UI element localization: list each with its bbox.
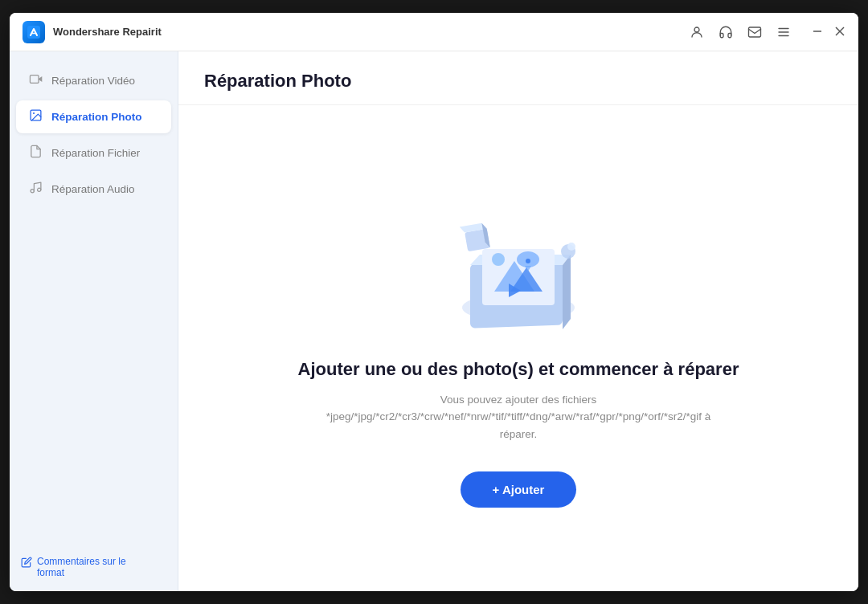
svg-point-14 [37,188,40,191]
sidebar-item-audio-label: Réparation Audio [51,183,135,195]
svg-point-21 [567,243,575,251]
main-header: Réparation Photo [178,51,858,105]
main-content: Réparation Photo [178,51,858,591]
file-icon [27,145,43,161]
sidebar-item-file[interactable]: Réparation Fichier [16,137,171,169]
sidebar-item-file-label: Réparation Fichier [51,147,140,159]
svg-point-12 [32,112,34,114]
content-area: Réparation Vidéo Réparation Photo Répara… [10,51,858,591]
sidebar-item-audio[interactable]: Réparation Audio [16,173,171,206]
svg-point-23 [526,259,530,263]
video-icon [27,72,43,89]
sidebar-item-video[interactable]: Réparation Vidéo [16,64,171,97]
add-button[interactable]: + Ajouter [461,471,577,508]
sidebar-item-photo-label: Réparation Photo [51,111,142,123]
svg-point-18 [492,253,505,266]
minimize-button[interactable] [812,26,823,39]
mail-icon[interactable] [747,25,762,39]
window-controls [812,26,845,39]
svg-rect-0 [27,26,40,39]
feedback-link[interactable]: Commentaires sur leformat [21,556,166,578]
photo-illustration [438,189,599,333]
page-title: Réparation Photo [204,71,833,92]
main-body: Ajouter une ou des photo(s) et commencer… [178,105,858,591]
person-icon[interactable] [690,25,704,39]
photo-icon [27,108,43,125]
svg-rect-2 [749,27,761,37]
app-logo [23,21,45,43]
headset-icon[interactable] [719,25,733,39]
feedback-icon [21,557,32,570]
menu-icon[interactable] [776,25,791,39]
app-window: Wondershare Repairit [10,13,858,591]
title-bar-left: Wondershare Repairit [23,21,162,43]
svg-point-13 [31,190,34,193]
audio-icon [27,181,43,198]
title-bar-right [690,25,845,39]
feedback-label: Commentaires sur leformat [37,556,126,578]
sidebar-item-video-label: Réparation Vidéo [51,75,135,87]
body-heading: Ajouter une ou des photo(s) et commencer… [298,359,739,380]
sidebar: Réparation Vidéo Réparation Photo Répara… [10,51,178,591]
app-title: Wondershare Repairit [53,26,162,38]
body-subtext: Vous pouvez ajouter des fichiers *jpeg/*… [326,391,711,443]
svg-rect-9 [30,76,39,84]
svg-point-1 [694,27,699,32]
sidebar-bottom: Commentaires sur leformat [16,549,171,578]
title-bar: Wondershare Repairit [10,13,858,51]
sidebar-item-photo[interactable]: Réparation Photo [16,100,171,133]
close-button[interactable] [834,26,845,39]
